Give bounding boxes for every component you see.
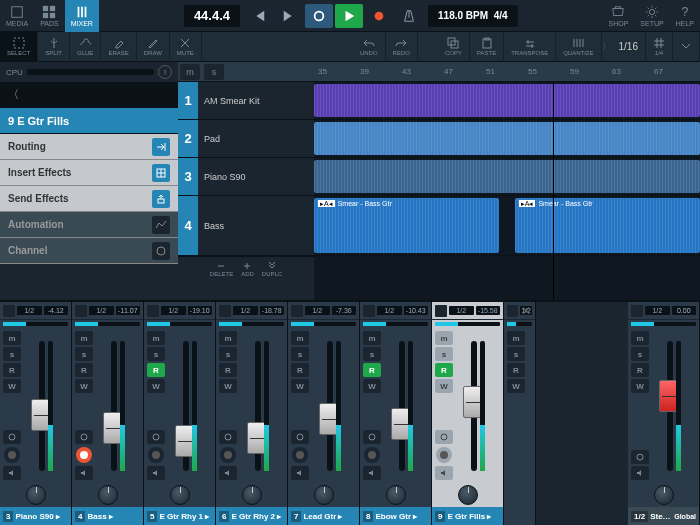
pan-knob[interactable] [98, 485, 118, 505]
select-tool[interactable]: SELECT [0, 32, 38, 62]
solo-button[interactable]: s [147, 347, 165, 361]
edit-icon[interactable] [3, 430, 21, 444]
monitor-icon[interactable] [75, 466, 93, 480]
insert-effects-tab[interactable]: Insert Effects [0, 160, 178, 186]
rewind-start-button[interactable] [245, 4, 273, 28]
clip[interactable]: ▸A◂Smear - Bass Gtr [515, 198, 700, 253]
level-value[interactable]: -4.12 [44, 306, 69, 315]
level-value[interactable]: -18.78 [260, 306, 285, 315]
io-icon[interactable] [219, 305, 231, 317]
io-icon[interactable] [435, 305, 447, 317]
info-icon[interactable]: ! [158, 65, 172, 79]
read-button[interactable]: R [291, 363, 309, 377]
io-icon[interactable] [291, 305, 303, 317]
shop-button[interactable]: SHOP [603, 0, 635, 32]
clip[interactable]: ▸A◂Smear - Bass Gtr [314, 198, 499, 253]
read-button[interactable]: R [363, 363, 381, 377]
solo-button[interactable]: s [291, 347, 309, 361]
solo-button[interactable]: s [363, 347, 381, 361]
send-value[interactable]: 1/2 [449, 306, 474, 315]
snap-value[interactable]: 1/16 [612, 32, 646, 62]
record-enable-button[interactable] [76, 447, 92, 463]
time-display[interactable]: 44.4.4 [184, 5, 240, 27]
send-effects-tab[interactable]: Send Effects [0, 186, 178, 212]
record-enable-button[interactable] [4, 447, 20, 463]
record-enable-button[interactable] [148, 447, 164, 463]
chevron-down-icon[interactable] [673, 32, 700, 62]
send-value[interactable]: 1/2 [17, 306, 42, 315]
write-button[interactable]: W [363, 379, 381, 393]
duplicate-track-button[interactable]: DUPLC [262, 261, 282, 277]
io-icon[interactable] [75, 305, 87, 317]
write-button[interactable]: W [147, 379, 165, 393]
channel-label[interactable]: 8Ebow Gtr▸ [360, 507, 431, 525]
level-value[interactable]: -7.36 [332, 306, 357, 315]
monitor-icon[interactable] [3, 466, 21, 480]
send-value[interactable]: 1/2 [377, 306, 402, 315]
channel-label[interactable]: 3Piano S90▸ [0, 507, 71, 525]
io-icon[interactable] [631, 305, 643, 317]
pads-button[interactable]: PADS [34, 0, 65, 32]
level-value[interactable]: -19.10 [188, 306, 213, 315]
edit-icon[interactable] [363, 430, 381, 444]
channel-tab[interactable]: Channel [0, 238, 178, 264]
record-enable-button[interactable] [292, 447, 308, 463]
monitor-icon[interactable] [291, 466, 309, 480]
mute-button[interactable]: m [291, 331, 309, 345]
mute-all-button[interactable]: m [180, 64, 200, 80]
tempo-display[interactable]: 118.0 BPM 4/4 [428, 5, 518, 27]
edit-icon[interactable] [291, 430, 309, 444]
track-row[interactable]: 1AM Smear Kit [178, 82, 314, 120]
delete-track-button[interactable]: DELETE [210, 261, 233, 277]
glue-tool[interactable]: GLUE [70, 32, 101, 62]
channel-label[interactable]: 9E Gtr Fills▸ [432, 507, 503, 525]
io-icon[interactable] [147, 305, 159, 317]
loop-button[interactable] [305, 4, 333, 28]
channel-label[interactable]: 6E Gtr Rhy 2▸ [216, 507, 287, 525]
read-button[interactable]: R [75, 363, 93, 377]
pan-knob[interactable] [386, 485, 406, 505]
solo-all-button[interactable]: s [204, 64, 224, 80]
mute-button[interactable]: m [3, 331, 21, 345]
pan-knob[interactable] [170, 485, 190, 505]
routing-tab[interactable]: Routing [0, 134, 178, 160]
pan-knob[interactable] [654, 485, 674, 505]
track-row[interactable]: 2Pad [178, 120, 314, 158]
read-button[interactable]: R [147, 363, 165, 377]
arrange-area[interactable]: 353943475155596367 ▸A◂Smear - Bass Gtr▸A… [314, 62, 700, 300]
level-value[interactable]: -15.58 [476, 306, 501, 315]
monitor-icon[interactable] [219, 466, 237, 480]
edit-icon[interactable] [435, 430, 453, 444]
mute-button[interactable]: m [219, 331, 237, 345]
timeline-ruler[interactable]: 353943475155596367 [314, 62, 700, 82]
write-button[interactable]: W [3, 379, 21, 393]
read-button[interactable]: R [3, 363, 21, 377]
pan-knob[interactable] [314, 485, 334, 505]
undo-button[interactable]: UNDO [353, 32, 386, 62]
clip[interactable] [314, 160, 700, 193]
rewind-button[interactable] [275, 4, 303, 28]
track-row[interactable]: 3Piano S90 [178, 158, 314, 196]
channel-label[interactable]: 5E Gtr Rhy 1▸ [144, 507, 215, 525]
edit-icon[interactable] [147, 430, 165, 444]
monitor-icon[interactable] [147, 466, 165, 480]
mute-button[interactable]: m [435, 331, 453, 345]
mute-button[interactable]: m [147, 331, 165, 345]
automation-tab[interactable]: Automation [0, 212, 178, 238]
draw-tool[interactable]: DRAW [137, 32, 170, 62]
write-button[interactable]: W [219, 379, 237, 393]
playhead[interactable] [553, 82, 554, 300]
mute-button[interactable]: m [631, 331, 649, 345]
monitor-icon[interactable] [631, 466, 649, 480]
write-button[interactable]: W [435, 379, 453, 393]
record-button[interactable] [365, 4, 393, 28]
write-button[interactable]: W [291, 379, 309, 393]
mixer-button[interactable]: MIXER [65, 0, 99, 32]
solo-button[interactable]: s [631, 347, 649, 361]
quantize-button[interactable]: QUANTIZE [556, 32, 601, 62]
send-value[interactable]: 1/2 [305, 306, 330, 315]
add-track-button[interactable]: ADD [241, 261, 254, 277]
monitor-icon[interactable] [435, 466, 453, 480]
monitor-icon[interactable] [363, 466, 381, 480]
solo-button[interactable]: s [435, 347, 453, 361]
